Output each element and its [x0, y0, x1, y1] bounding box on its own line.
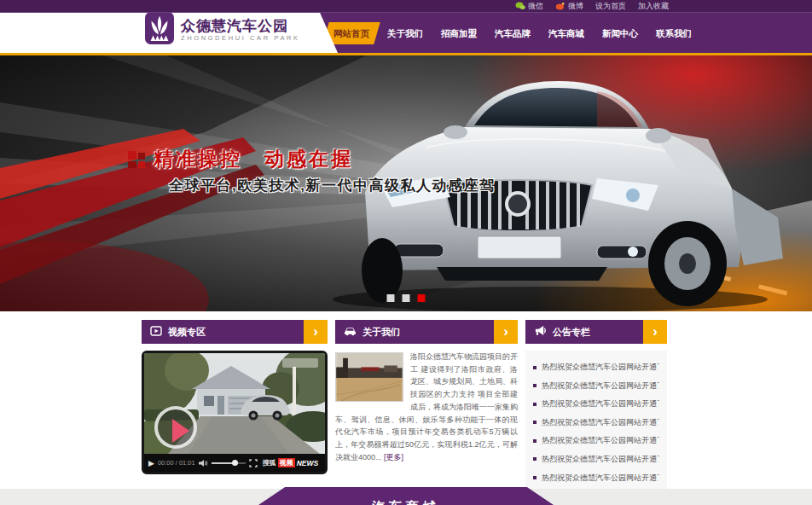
bullet-icon: [533, 384, 536, 387]
about-panel-header: 关于我们 ›: [335, 320, 518, 344]
notice-item[interactable]: 热烈祝贺众德慧汽车公园网站开通了！: [533, 417, 659, 428]
notice-item[interactable]: 热烈祝贺众德慧汽车公园网站开通了！: [533, 473, 659, 484]
notice-list: 热烈祝贺众德慧汽车公园网站开通了！ 热烈祝贺众德慧汽车公园网站开通了！ 热烈祝贺…: [525, 351, 667, 505]
brand-news-label: NEWS: [297, 459, 319, 467]
page: 微信 微博 设为首页 加入收藏: [0, 0, 812, 505]
about-photo: [335, 352, 403, 402]
logo-text: 众德慧汽车公园 ZHONGDEHUI CAR PARK: [181, 18, 300, 43]
logo[interactable]: 众德慧汽车公园 ZHONGDEHUI CAR PARK: [0, 7, 339, 53]
about-panel-more-button[interactable]: ›: [494, 320, 518, 344]
wechat-icon: [515, 2, 525, 10]
video-panel-title: 视频专区: [168, 326, 206, 339]
volume-icon[interactable]: [199, 456, 208, 471]
fullscreen-icon[interactable]: [249, 456, 258, 471]
about-panel-title: 关于我们: [362, 326, 400, 339]
nav-item-join[interactable]: 招商加盟: [430, 22, 487, 44]
site-subtitle: ZHONGDEHUI CAR PARK: [181, 34, 300, 43]
car-icon: [344, 324, 357, 340]
notice-item[interactable]: 热烈祝贺众德慧汽车公园网站开通了！: [533, 380, 659, 392]
hero-subtitle: 全球平台,欧美技术,新一代中高级私人动感座驾: [169, 176, 495, 195]
bullet-icon: [533, 476, 536, 479]
footer-section-title: 汽车商城: [258, 499, 554, 505]
topbar-link-label: 设为首页: [595, 0, 626, 13]
content-section: 视频专区 ›: [0, 311, 812, 489]
hero-title-row: 精准操控 动感在握: [128, 146, 353, 172]
notice-panel: 公告专栏 › 热烈祝贺众德慧汽车公园网站开通了！ 热烈祝贺众德慧汽车公园网站开通…: [525, 320, 667, 489]
hero-title: 精准操控 动感在握: [154, 146, 353, 172]
red-squares-icon: [128, 151, 145, 168]
footer-section-ribbon: 汽车商城: [258, 487, 554, 505]
hero-banner: 精准操控 动感在握 全球平台,欧美技术,新一代中高级私人动感座驾: [0, 55, 812, 311]
nav-item-contact[interactable]: 联系我们: [645, 22, 702, 44]
notice-panel-title: 公告专栏: [553, 326, 590, 339]
control-play-icon[interactable]: ▶: [148, 459, 154, 467]
topbar: 微信 微博 设为首页 加入收藏: [0, 0, 812, 13]
nav-item-about[interactable]: 关于我们: [376, 22, 433, 44]
video-controls: ▶ 00:00 / 01:01 搜狐 视频 NEWS: [144, 454, 325, 472]
carousel-dot-2[interactable]: [403, 294, 410, 302]
video-icon: [150, 324, 162, 340]
lotus-logo-icon: [145, 12, 174, 48]
topbar-link-weibo[interactable]: 微博: [555, 0, 583, 13]
topbar-link-label: 微博: [568, 0, 583, 13]
notice-panel-more-button[interactable]: ›: [643, 320, 667, 344]
carousel-dot-1[interactable]: [387, 294, 395, 302]
site-title: 众德慧汽车公园: [181, 18, 300, 34]
video-brand: 搜狐 视频 NEWS: [263, 458, 319, 467]
brand-sohu-label: 搜狐: [263, 458, 276, 467]
nav-item-news[interactable]: 新闻中心: [591, 22, 648, 44]
nav-item-brands[interactable]: 汽车品牌: [484, 22, 541, 44]
bullet-icon: [533, 366, 536, 369]
notice-item[interactable]: 热烈祝贺众德慧汽车公园网站开通了！: [533, 454, 659, 465]
notice-panel-header: 公告专栏 ›: [525, 320, 667, 344]
header-accent-line: [0, 53, 812, 55]
about-body: 洛阳众德慧汽车物流园项目的开工 建设得到了洛阳市政府、洛龙区、城乡规划局、土地局…: [335, 351, 518, 463]
bullet-icon: [533, 403, 536, 406]
carousel-dot-3[interactable]: [418, 294, 426, 302]
video-panel-header: 视频专区 ›: [142, 320, 328, 344]
nav-item-mall[interactable]: 汽车商城: [537, 22, 594, 44]
video-panel-more-button[interactable]: ›: [304, 320, 328, 344]
brand-video-badge: 视频: [278, 458, 295, 467]
topbar-link-set-home[interactable]: 设为首页: [595, 0, 626, 13]
bullet-icon: [533, 457, 536, 461]
topbar-link-add-favorite[interactable]: 加入收藏: [638, 0, 669, 13]
topbar-link-label: 加入收藏: [638, 0, 669, 13]
header: 众德慧汽车公园 ZHONGDEHUI CAR PARK 网站首页 关于我们 招商…: [0, 13, 812, 53]
carousel-dots: [387, 294, 426, 302]
bullet-icon: [533, 421, 536, 424]
megaphone-icon: [534, 324, 547, 340]
topbar-link-wechat[interactable]: 微信: [515, 0, 543, 13]
notice-item[interactable]: 热烈祝贺众德慧汽车公园网站开通了！: [533, 398, 659, 409]
video-panel: 视频专区 ›: [142, 320, 328, 489]
video-player: ▶ 00:00 / 01:01 搜狐 视频 NEWS: [142, 351, 328, 474]
about-more-link[interactable]: [更多]: [384, 453, 403, 461]
notice-item[interactable]: 热烈祝贺众德慧汽车公园网站开通了！: [533, 362, 659, 373]
volume-slider[interactable]: [212, 462, 246, 464]
play-button[interactable]: [154, 406, 197, 449]
bullet-icon: [533, 439, 536, 443]
notice-item[interactable]: 热烈祝贺众德慧汽车公园网站开通了！: [533, 435, 659, 446]
video-time: 00:00 / 01:01: [158, 459, 195, 467]
topbar-link-label: 微信: [528, 0, 543, 13]
weibo-icon: [555, 2, 566, 10]
main-nav: 网站首页 关于我们 招商加盟 汽车品牌 汽车商城 新闻中心 联系我们: [326, 13, 812, 53]
about-panel: 关于我们 ›: [335, 320, 518, 489]
